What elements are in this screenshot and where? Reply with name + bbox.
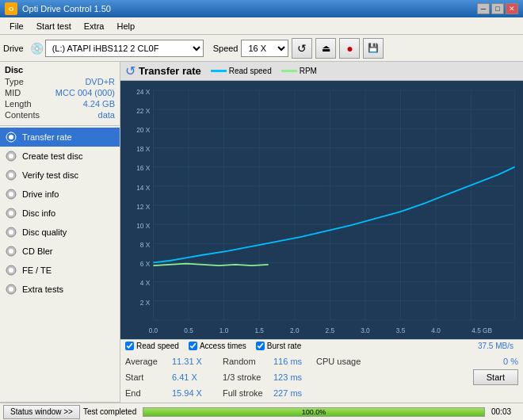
svg-point-11 [9, 211, 13, 216]
stats-row-1: Average 11.31 X Random 116 ms CPU usage … [125, 353, 518, 369]
svg-text:24 X: 24 X [136, 87, 150, 96]
access-times-checkbox-item[interactable]: Access times [189, 342, 246, 350]
disc-contents-row: Contents data [5, 109, 115, 120]
cpu-usage-label: CPU usage [316, 357, 372, 366]
svg-point-15 [9, 249, 13, 254]
random-value: 116 ms [273, 357, 313, 366]
create-test-disc-icon [5, 150, 17, 162]
end-label: End [125, 388, 169, 398]
sidebar-separator-1 [0, 125, 120, 126]
full-stroke-label: Full stroke [223, 388, 270, 398]
read-speed-cb-label: Read speed [136, 342, 179, 350]
sidebar-item-disc-quality[interactable]: Disc quality [0, 223, 120, 242]
stroke13-label: 1/3 stroke [223, 372, 270, 382]
disc-info-icon [5, 207, 17, 220]
contents-label: Contents [5, 110, 40, 120]
average-value: 11.31 X [172, 357, 220, 366]
menu-start-test[interactable]: Start test [30, 20, 78, 32]
type-label: Type [5, 77, 24, 86]
stats-row-2: Start 6.41 X 1/3 stroke 123 ms Start [125, 369, 518, 385]
svg-text:22 X: 22 X [136, 106, 150, 115]
random-label: Random [223, 357, 270, 366]
minimize-button[interactable]: ─ [477, 3, 490, 14]
sidebar-item-fe-te[interactable]: FE / TE [0, 261, 120, 280]
menu-extra[interactable]: Extra [78, 20, 111, 32]
sidebar-item-cd-bler[interactable]: CD Bler [0, 242, 120, 261]
length-value: 4.24 GB [83, 99, 115, 109]
svg-text:18 X: 18 X [136, 145, 150, 154]
cpu-usage-value: 0 % [503, 357, 518, 366]
sidebar-item-transfer-rate[interactable]: Transfer rate [0, 128, 120, 147]
sidebar-item-create-test-disc[interactable]: Create test disc [0, 147, 120, 166]
progress-text: 100.0% [143, 408, 484, 416]
speed-label: Speed [213, 44, 239, 53]
disc-section: Disc Type DVD+R MID MCC 004 (000) Length… [0, 62, 120, 124]
start-button[interactable]: Start [473, 369, 518, 385]
svg-text:8 X: 8 X [140, 241, 150, 250]
svg-text:6 X: 6 X [140, 260, 150, 269]
drive-icon: 💿 [30, 42, 44, 55]
sidebar-item-disc-info[interactable]: Disc info [0, 204, 120, 223]
sidebar-item-verify-test-disc[interactable]: Verify test disc [0, 166, 120, 185]
contents-value: data [98, 110, 115, 120]
close-button[interactable]: ✕ [506, 3, 518, 14]
status-text: Test completed [83, 407, 136, 416]
checkboxes-row: Read speed Access times Burst rate 37.5 … [120, 339, 523, 352]
svg-text:2 X: 2 X [140, 298, 150, 307]
read-speed-label: Read speed [229, 67, 272, 75]
svg-text:16 X: 16 X [136, 164, 150, 173]
create-test-disc-label: Create test disc [22, 151, 82, 161]
svg-text:O: O [9, 6, 13, 13]
toolbar: Drive 💿 (L:) ATAPI iHBS112 2 CL0F Speed … [0, 35, 523, 62]
mid-value: MCC 004 (000) [55, 88, 115, 97]
disc-quality-label: Disc quality [22, 227, 67, 237]
menu-file[interactable]: File [3, 20, 30, 32]
svg-text:14 X: 14 X [136, 183, 150, 192]
disc-type-row: Type DVD+R [5, 76, 115, 87]
cd-bler-label: CD Bler [22, 246, 53, 256]
length-label: Length [5, 99, 32, 109]
read-speed-checkbox[interactable] [125, 342, 134, 350]
average-label: Average [125, 357, 169, 366]
disc-mid-row: MID MCC 004 (000) [5, 87, 115, 98]
save-button[interactable]: 💾 [363, 38, 384, 59]
burst-rate-checkbox[interactable] [256, 342, 265, 350]
refresh-button[interactable]: ↺ [292, 38, 312, 59]
cd-bler-icon [5, 245, 17, 258]
svg-text:4 X: 4 X [140, 279, 150, 288]
eject-button[interactable]: ⏏ [315, 38, 336, 59]
access-times-cb-label: Access times [200, 342, 246, 350]
disc-info-label: Disc info [22, 208, 55, 218]
read-speed-checkbox-item[interactable]: Read speed [125, 342, 179, 350]
menu-help[interactable]: Help [110, 20, 141, 32]
speed-select[interactable]: 16 X 8 X 4 X [241, 40, 288, 57]
rpm-color [281, 70, 297, 72]
svg-text:0.5: 0.5 [184, 326, 193, 334]
burn-button[interactable]: ● [339, 38, 360, 59]
burst-rate-checkbox-item[interactable]: Burst rate [256, 342, 301, 350]
chart-header: ↺ Transfer rate Read speed RPM [120, 62, 523, 81]
access-times-checkbox[interactable] [189, 342, 197, 350]
maximize-button[interactable]: □ [491, 3, 504, 14]
chart-container: 24 X 22 X 20 X 18 X 16 X 14 X 12 X 10 X … [120, 81, 523, 339]
svg-point-13 [9, 230, 13, 235]
status-window-button[interactable]: Status window >> [3, 405, 80, 419]
sidebar-item-drive-info[interactable]: Drive info [0, 185, 120, 204]
time-display: 00:03 [491, 407, 520, 416]
burst-rate-value: 37.5 MB/s [478, 342, 518, 350]
sidebar-item-extra-tests[interactable]: Extra tests [0, 280, 120, 299]
fe-te-label: FE / TE [22, 265, 52, 275]
app-title: Opti Drive Control 1.50 [22, 4, 477, 13]
disc-quality-icon [5, 226, 17, 239]
verify-test-disc-icon [5, 169, 17, 181]
svg-point-7 [9, 173, 13, 178]
chart-icon: ↺ [125, 63, 136, 78]
svg-text:1.5: 1.5 [254, 326, 264, 334]
stats-area: Average 11.31 X Random 116 ms CPU usage … [120, 352, 523, 403]
drive-select[interactable]: (L:) ATAPI iHBS112 2 CL0F [45, 40, 204, 57]
svg-text:4.0: 4.0 [431, 326, 441, 334]
svg-text:0.0: 0.0 [149, 326, 158, 334]
svg-point-9 [9, 192, 13, 197]
chart-svg: 24 X 22 X 20 X 18 X 16 X 14 X 12 X 10 X … [120, 81, 523, 339]
disc-length-row: Length 4.24 GB [5, 98, 115, 109]
